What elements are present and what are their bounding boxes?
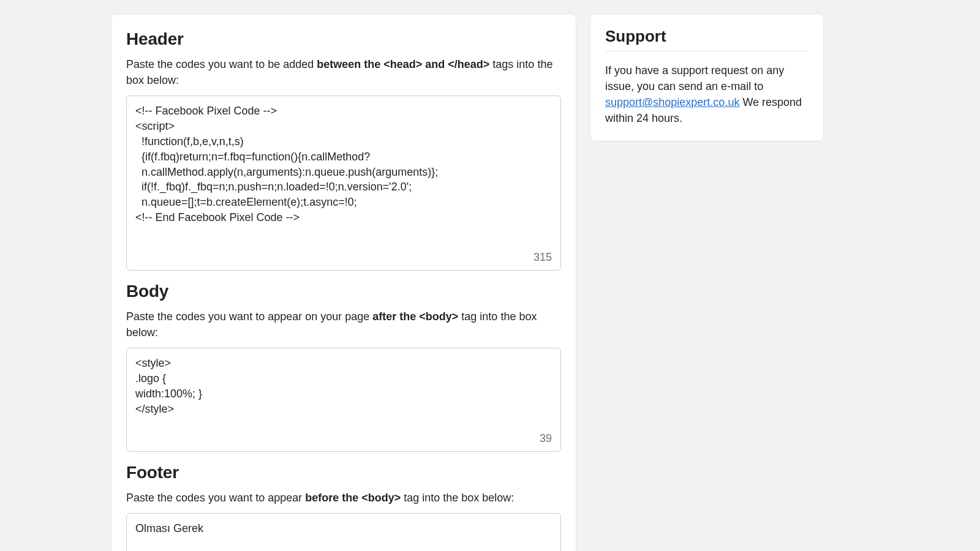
header-desc-pre: Paste the codes you want to be added [126,58,317,70]
header-section-desc: Paste the codes you want to be added bet… [126,56,561,88]
footer-section-desc: Paste the codes you want to appear befor… [126,490,561,506]
footer-desc-bold: before the <body> [305,492,401,504]
body-desc-pre: Paste the codes you want to appear on yo… [126,310,372,323]
body-code-textarea[interactable] [127,348,560,449]
body-desc-bold: after the <body> [372,310,458,323]
support-card: Support If you have a support request on… [590,15,823,141]
main-settings-card: Header Paste the codes you want to be ad… [111,15,576,551]
header-char-count: 315 [533,251,552,264]
footer-section-title: Footer [126,463,561,482]
body-char-count: 39 [540,432,552,445]
body-section-desc: Paste the codes you want to appear on yo… [126,309,561,340]
support-text: If you have a support request on any iss… [605,58,809,126]
header-code-box: 315 [126,96,561,271]
header-desc-bold: between the <head> and </head> [317,58,489,70]
body-section-title: Body [126,282,561,301]
header-code-textarea[interactable] [127,96,560,268]
footer-code-textarea[interactable] [127,514,560,550]
support-title: Support [605,27,809,51]
footer-desc-pre: Paste the codes you want to appear [126,492,305,504]
footer-code-box [126,513,561,551]
footer-desc-post: tag into the box below: [401,492,514,504]
body-code-box: 39 [126,348,561,452]
header-section-title: Header [126,29,561,49]
support-email-link[interactable]: support@shopiexpert.co.uk [605,96,739,108]
support-text-pre: If you have a support request on any iss… [605,64,784,92]
